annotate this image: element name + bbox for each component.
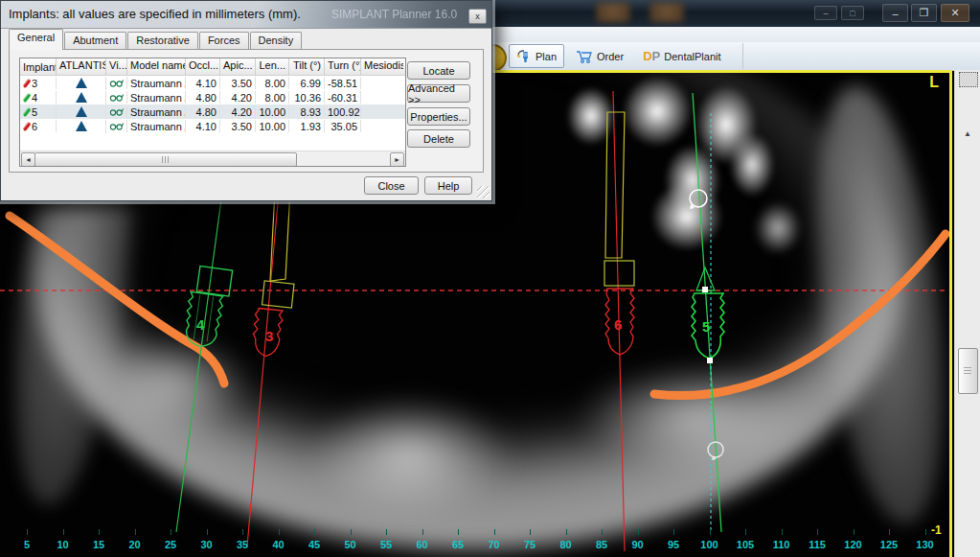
- resize-grip[interactable]: [477, 186, 490, 198]
- ruler-number: 95: [668, 539, 679, 550]
- col-occl[interactable]: Occl...: [186, 58, 220, 75]
- ruler-number: 115: [809, 539, 826, 550]
- ruler-tick: [782, 529, 783, 535]
- tab-density[interactable]: Density: [250, 32, 303, 50]
- dialog-title: Implants: all values are specified in mi…: [9, 7, 301, 21]
- table-hscrollbar[interactable]: ◄ ►: [20, 151, 405, 166]
- close-button[interactable]: ✕: [941, 4, 969, 22]
- split-view-button[interactable]: [959, 72, 978, 87]
- tab-restorative[interactable]: Restorative: [127, 32, 198, 50]
- visibility-glasses-icon[interactable]: [109, 122, 124, 130]
- ruler-number: 20: [128, 539, 140, 550]
- ruler-tick: [817, 529, 818, 535]
- hscrollbar-thumb[interactable]: [34, 152, 297, 167]
- minimize-button[interactable]: –: [882, 4, 908, 22]
- table-row[interactable]: 6 Straumann / B 4.10 3.50 10.00 1.93 35.…: [20, 119, 405, 133]
- minimize-small-button[interactable]: –: [814, 6, 837, 20]
- col-mesiodis[interactable]: Mesiodis: [361, 58, 403, 75]
- scroll-right-icon[interactable]: ►: [390, 152, 404, 167]
- ruler-tick: [494, 529, 495, 535]
- vertical-scrollbar[interactable]: ▲: [954, 70, 980, 557]
- ruler-tick: [242, 529, 243, 535]
- maximize-small-button[interactable]: □: [841, 6, 864, 20]
- implant-chip-icon: [22, 93, 31, 103]
- atlantis-icon: [76, 78, 87, 88]
- tab-general[interactable]: General: [9, 29, 63, 50]
- ruler-number: 90: [631, 539, 643, 550]
- col-model[interactable]: Model name: [127, 58, 186, 75]
- order-label: Order: [597, 51, 624, 62]
- ruler-tick: [386, 529, 387, 535]
- col-len[interactable]: Len...: [256, 58, 289, 75]
- scroll-up-icon[interactable]: ▲: [964, 129, 971, 138]
- implant-chip-icon: [22, 107, 31, 117]
- ruler-tick: [458, 529, 459, 535]
- slice-index-label: -1: [931, 523, 942, 537]
- advanced-button[interactable]: Advanced >>: [407, 84, 470, 103]
- ruler-tick: [925, 529, 926, 535]
- ruler-tick: [854, 529, 855, 535]
- table-row[interactable]: 4 Straumann / B 4.80 4.20 8.00 10.36 -60…: [20, 90, 405, 104]
- atlantis-icon: [76, 121, 87, 131]
- ruler-number: 130: [916, 539, 933, 550]
- order-button[interactable]: Order: [568, 44, 631, 68]
- table-row[interactable]: 3 Straumann / B 4.10 3.50 8.00 6.99 -58.…: [20, 76, 405, 90]
- ruler-tick: [710, 529, 711, 535]
- col-visibility[interactable]: Vi...: [106, 58, 127, 75]
- ruler-number: 125: [880, 539, 898, 550]
- ruler-tick: [279, 529, 280, 535]
- col-implant[interactable]: Implant: [20, 58, 57, 75]
- ruler-tick: [889, 529, 890, 535]
- ruler-number: 10: [57, 539, 68, 550]
- locate-button[interactable]: Locate: [407, 61, 470, 80]
- ruler-tick: [351, 529, 352, 535]
- ruler-number: 35: [237, 539, 248, 550]
- plan-button[interactable]: Plan: [509, 44, 564, 68]
- tab-abutment[interactable]: Abutment: [64, 32, 126, 50]
- table-row-selected[interactable]: 5 Straumann / B 4.80 4.20 10.00 8.93 100…: [20, 104, 405, 119]
- toolbar-group: Plan Order DP DentalPlanit: [509, 43, 743, 69]
- restore-button[interactable]: ❐: [911, 4, 937, 22]
- ruler-number: 100: [700, 539, 718, 550]
- help-button[interactable]: Help: [424, 176, 472, 195]
- ruler-number: 80: [559, 539, 571, 550]
- table-header[interactable]: Implant ATLANTIS Vi... Model name Occl..…: [20, 58, 405, 76]
- dialog-titlebar[interactable]: Implants: all values are specified in mi…: [1, 1, 491, 29]
- implant-chip-icon: [22, 79, 31, 88]
- scrollbar-thumb[interactable]: [958, 348, 978, 394]
- close-dialog-button[interactable]: Close: [364, 176, 419, 195]
- ruler-number: 45: [308, 539, 320, 550]
- delete-button[interactable]: Delete: [407, 129, 470, 148]
- scroll-left-icon[interactable]: ◄: [21, 152, 35, 167]
- background-icon: [650, 2, 684, 23]
- col-tilt[interactable]: Tilt (°): [289, 58, 325, 75]
- col-turn[interactable]: Turn (°): [325, 58, 361, 75]
- app-window: – □ – ❐ ✕ Plan: [0, 0, 980, 557]
- col-atlantis[interactable]: ATLANTIS: [57, 58, 106, 75]
- ruler-tick: [171, 529, 171, 535]
- visibility-glasses-icon[interactable]: [109, 79, 124, 87]
- tab-forces[interactable]: Forces: [199, 32, 249, 50]
- plan-label: Plan: [536, 51, 557, 62]
- col-apic[interactable]: Apic...: [220, 58, 256, 75]
- dp-logo-icon: DP: [643, 49, 660, 63]
- implant-table[interactable]: Implant ATLANTIS Vi... Model name Occl..…: [19, 58, 406, 167]
- ruler-number: 40: [272, 539, 284, 550]
- ruler-number: 60: [416, 539, 427, 550]
- visibility-glasses-icon[interactable]: [109, 107, 124, 116]
- ruler-number: 65: [452, 539, 464, 550]
- ruler-number: 15: [93, 539, 104, 550]
- properties-button[interactable]: Properties...: [407, 107, 470, 126]
- ruler-number: 120: [844, 539, 861, 550]
- dentalplanit-label: DentalPlanit: [664, 51, 720, 62]
- ruler-number: 55: [380, 539, 392, 550]
- ruler-tick: [602, 529, 603, 535]
- implants-dialog: Implants: all values are specified in mi…: [0, 0, 492, 201]
- visibility-glasses-icon[interactable]: [109, 93, 124, 102]
- cart-icon: [576, 49, 593, 64]
- ruler-number: 50: [344, 539, 355, 550]
- implant-plan-icon: [516, 49, 532, 64]
- dentalplanit-button[interactable]: DP DentalPlanit: [635, 44, 728, 68]
- ruler-tick: [63, 529, 64, 535]
- dialog-close-button[interactable]: x: [468, 9, 487, 24]
